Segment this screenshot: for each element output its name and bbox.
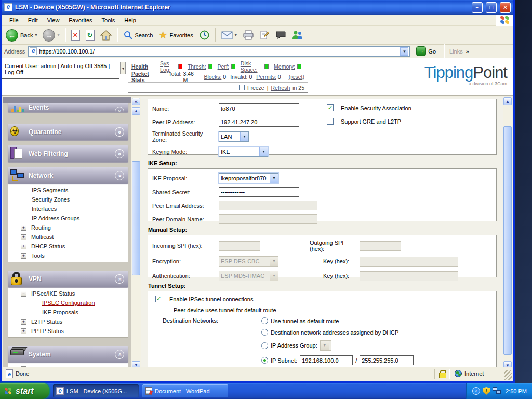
resize-grip[interactable] [504,370,512,380]
address-field[interactable]: e https://100.100.100.1/ ▼ [28,46,410,57]
subnet-mask-input[interactable] [360,355,414,365]
refresh-button[interactable]: ↻ [84,29,97,42]
sidebar-section-system[interactable]: System» [8,346,128,363]
security-shield-icon[interactable]: ! [483,387,490,395]
health-link[interactable]: Health [131,63,148,70]
maximize-button[interactable]: □ [486,2,497,13]
forward-button[interactable]: → ▾ [41,28,61,43]
enable-tunnel-checkbox[interactable]: ✓ [155,296,162,302]
nav-item-multicast[interactable]: +Multicast [8,232,128,242]
freeze-checkbox[interactable] [239,85,245,90]
expand-box-icon[interactable]: + [21,328,26,334]
nav-item-dhcp-status[interactable]: +DHCP Status [8,242,128,251]
sidebar-section-vpn[interactable]: VPN» [8,271,128,287]
stat-permits-link[interactable]: Permits: [256,74,276,80]
shared-secret-input[interactable] [219,187,299,197]
nav-item-l2tp-status[interactable]: +L2TP Status [8,317,128,326]
favorites-button[interactable]: ★ Favorites [156,28,195,42]
health-perf-link[interactable]: Perf: [218,63,229,70]
use-tunnel-default-radio[interactable] [261,317,268,324]
collapse-box-icon[interactable]: − [21,291,26,297]
nav-item-ipsec-ike-status[interactable]: −IPSec/IKE Status [8,289,128,298]
edit-button[interactable] [258,29,272,41]
sidebar-section-events[interactable]: Events» [8,103,128,112]
history-button[interactable] [197,29,212,42]
ip-subnet-radio[interactable] [261,357,268,364]
sidebar-scroll-thumb[interactable] [132,161,140,275]
main-scroll-thumb[interactable] [503,126,512,355]
ip-address-group-radio[interactable] [261,342,268,349]
expand-box-icon[interactable]: + [21,225,26,231]
menu-help[interactable]: Help [119,16,141,25]
peer-ip-input[interactable] [219,117,299,127]
sidebar-scroll-up-icon[interactable]: ▲ [132,107,140,115]
reset-link[interactable]: (reset) [289,74,304,80]
close-button[interactable]: ✕ [500,2,511,13]
expand-box-icon[interactable]: + [21,253,26,259]
sidebar-section-quarantine[interactable]: ☣Quarantine» [8,124,128,140]
section-chevron-icon[interactable]: » [115,350,124,359]
section-chevron-icon[interactable]: » [115,171,124,180]
menu-edit[interactable]: Edit [23,16,43,25]
refresh-link[interactable]: Refresh [271,85,290,91]
forward-dropdown-icon[interactable]: ▾ [57,33,59,37]
gre-l2tp-checkbox[interactable]: ✓ [327,118,334,125]
back-dropdown-icon[interactable]: ▾ [35,33,37,37]
nav-item-routing[interactable]: +Routing [8,223,128,232]
minimize-button[interactable]: – [472,2,483,13]
keying-mode-select[interactable]: IKE▾ [219,147,268,157]
nav-item-ipsec-configuration[interactable]: IPSEC Configuration [8,298,128,308]
log-off-link[interactable]: Log Off [5,69,23,75]
main-scroll-up-icon[interactable]: ▲ [503,97,512,105]
menu-tools[interactable]: Tools [97,16,120,25]
peer-default-route-checkbox[interactable]: ✓ [163,307,169,313]
nav-item-ips-segments[interactable]: IPS Segments [8,185,128,195]
sidebar-collapse-button[interactable]: « [132,98,140,105]
start-button[interactable]: start [0,383,49,399]
links-button[interactable]: Links » [449,48,471,55]
tray-hide-icon[interactable]: ‹ [472,387,480,395]
address-url[interactable]: https://100.100.100.1/ [39,48,398,55]
nav-item-ike-proposals[interactable]: IKE Proposals [8,308,128,317]
back-button[interactable]: ← Back ▾ [4,28,39,43]
header-collapse-button[interactable]: ◂ [120,62,126,74]
section-chevron-icon[interactable]: » [115,149,124,158]
section-chevron-icon[interactable]: » [115,107,124,112]
go-button[interactable]: → Go [413,46,439,57]
discuss-button[interactable] [273,30,288,41]
taskbar-task-document-wordpad[interactable]: Document - WordPad [142,384,228,397]
expand-box-icon[interactable]: + [21,319,26,325]
taskbar-task-lsm-device-x505g[interactable]: eLSM - Device (X505G... [53,384,139,397]
nav-item-pptp-status[interactable]: +PPTP Status [8,326,128,336]
search-button[interactable]: Search [121,29,155,41]
sidebar-section-network[interactable]: Network» [8,167,128,184]
nav-item-interfaces[interactable]: Interfaces [8,204,128,214]
expand-box-icon[interactable]: + [21,234,26,240]
stop-button[interactable]: ✕ [69,29,82,42]
section-chevron-icon[interactable]: » [115,127,124,137]
nav-item-tools[interactable]: +Tools [8,251,128,260]
home-button[interactable] [98,29,114,42]
sidebar-section-web-filtering[interactable]: Web Filtering» [8,145,128,162]
menu-view[interactable]: View [43,16,64,25]
stat-blocks-link[interactable]: Blocks: [204,74,221,80]
mail-button[interactable]: ▾ [219,30,239,41]
network-tray-icon[interactable] [493,387,501,395]
mail-dropdown-icon[interactable]: ▾ [235,33,237,37]
section-chevron-icon[interactable]: » [115,274,124,284]
dhcp-addresses-radio[interactable] [261,329,268,336]
print-button[interactable] [241,29,256,41]
terminated-zone-select[interactable]: LAN▾ [219,131,249,142]
expand-box-icon[interactable]: + [21,244,26,249]
menu-file[interactable]: File [5,16,23,25]
ike-proposal-select[interactable]: ikeproposalfor870▾ [219,173,278,183]
health-memory-link[interactable]: Memory: [274,63,295,70]
nav-item-security-zones[interactable]: Security Zones [8,195,128,204]
ip-subnet-input[interactable] [300,355,353,365]
name-input[interactable] [219,103,299,113]
enable-sa-checkbox[interactable]: ✓ [327,104,334,111]
menu-favorites[interactable]: Favorites [64,16,97,25]
nav-item-ip-address-groups[interactable]: IP Address Groups [8,214,128,223]
health-thresh-link[interactable]: Thresh: [188,63,206,70]
messenger-button[interactable] [290,29,305,41]
